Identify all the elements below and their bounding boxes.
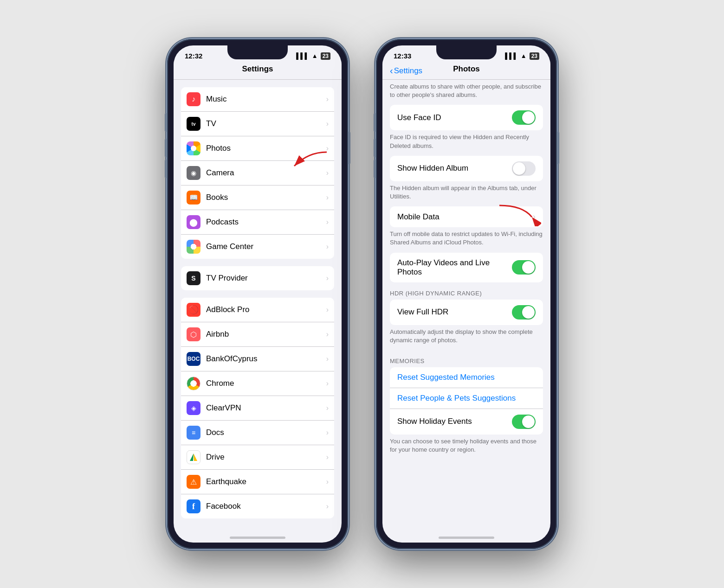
airbnb-icon: ⬡ (187, 327, 200, 341)
settings-item-bankofcyprus[interactable]: BOC BankOfCyprus › (181, 347, 334, 371)
facebook-label: Facebook (206, 502, 326, 511)
adblock-chevron: › (326, 306, 329, 314)
mobile-data-chevron: › (533, 212, 536, 222)
settings-item-docs[interactable]: ≡ Docs › (181, 421, 334, 445)
memories-section-header: MEMORIES (382, 350, 550, 367)
back-chevron-icon: ‹ (390, 65, 393, 76)
photos-icon (187, 141, 200, 155)
airbnb-chevron: › (326, 330, 329, 339)
svg-marker-1 (190, 454, 194, 461)
books-label: Books (206, 193, 326, 202)
books-chevron: › (326, 193, 329, 202)
settings-item-tv[interactable]: tv TV › (181, 112, 334, 136)
facebook-chevron: › (326, 502, 329, 511)
docs-label: Docs (206, 428, 326, 437)
phone-screen-2: 12:33 ▌▌▌ ▲ 23 ‹ Settings Photos Create … (382, 45, 550, 543)
status-icons-1: ▌▌▌ ▲ 23 (296, 52, 330, 60)
faceid-row: Use Face ID (390, 105, 543, 130)
facebook-icon: f (187, 499, 200, 513)
holiday-events-description: You can choose to see timely holiday eve… (382, 435, 550, 460)
faceid-toggle[interactable] (512, 110, 536, 125)
holiday-events-label: Show Holiday Events (397, 417, 512, 426)
clearvpn-label: ClearVPN (206, 403, 326, 413)
shared-albums-description: Create albums to share with other people… (382, 80, 550, 105)
settings-item-adblock[interactable]: 🚫 AdBlock Pro › (181, 298, 334, 322)
hdr-section-header: HDR (HIGH DYNAMIC RANGE) (382, 282, 550, 300)
docs-icon: ≡ (187, 426, 200, 440)
photos-icon-center (191, 146, 196, 151)
drive-label: Drive (206, 453, 326, 462)
battery-icon-2: 23 (530, 52, 539, 60)
battery-icon-1: 23 (321, 52, 330, 60)
gamecenter-icon (187, 240, 200, 254)
hdr-label: View Full HDR (397, 307, 512, 317)
back-button[interactable]: ‹ Settings (390, 65, 422, 76)
photos-label: Photos (206, 144, 326, 153)
settings-item-music[interactable]: ♪ Music › (181, 87, 334, 112)
autoplay-toggle[interactable] (512, 260, 536, 275)
autoplay-label: Auto-Play Videos and Live Photos (397, 258, 512, 277)
faceid-description: Face ID is required to view the Hidden a… (382, 130, 550, 155)
hidden-album-toggle[interactable] (512, 161, 536, 176)
docs-chevron: › (326, 428, 329, 437)
hdr-toggle[interactable] (512, 305, 536, 320)
faceid-label: Use Face ID (397, 113, 512, 122)
camera-label: Camera (206, 168, 326, 178)
hidden-album-group: Show Hidden Album (390, 156, 543, 181)
settings-item-books[interactable]: 📖 Books › (181, 185, 334, 210)
holiday-events-row: Show Holiday Events (390, 409, 543, 435)
signal-icon-2: ▌▌▌ (505, 52, 518, 59)
holiday-events-toggle[interactable] (512, 415, 536, 429)
settings-item-chrome[interactable]: Chrome › (181, 371, 334, 396)
mobile-data-description: Turn off mobile data to restrict updates… (382, 227, 550, 252)
svg-marker-2 (194, 454, 197, 461)
reset-suggested-memories-row[interactable]: Reset Suggested Memories (390, 367, 543, 388)
reset-people-pets-label: Reset People & Pets Suggestions (397, 394, 516, 403)
hdr-group: View Full HDR (390, 300, 543, 325)
mobile-data-row[interactable]: Mobile Data › (390, 206, 543, 227)
settings-list-tvprovider: S TV Provider › (181, 266, 334, 290)
settings-item-earthquake[interactable]: ⚠ Earthquake › (181, 470, 334, 494)
hidden-album-row: Show Hidden Album (390, 156, 543, 181)
autoplay-group: Auto-Play Videos and Live Photos (390, 253, 543, 282)
clearvpn-icon: ◈ (187, 401, 200, 415)
settings-item-drive[interactable]: Drive › (181, 445, 334, 470)
settings-item-tvprovider[interactable]: S TV Provider › (181, 266, 334, 290)
photos-nav-header: ‹ Settings Photos (382, 62, 550, 80)
back-label[interactable]: Settings (394, 66, 422, 75)
mobile-data-label: Mobile Data (397, 212, 533, 222)
tv-label: TV (206, 119, 326, 128)
airbnb-label: Airbnb (206, 330, 326, 339)
photos-settings-scroll[interactable]: Create albums to share with other people… (382, 80, 550, 543)
settings-item-airbnb[interactable]: ⬡ Airbnb › (181, 322, 334, 347)
settings-item-camera[interactable]: ◉ Camera › (181, 161, 334, 185)
photos-chevron: › (326, 144, 329, 153)
hdr-row: View Full HDR (390, 300, 543, 325)
wifi-icon-2: ▲ (521, 52, 527, 59)
chrome-label: Chrome (206, 379, 326, 388)
settings-scroll[interactable]: ♪ Music › tv TV › Photos › (174, 80, 342, 543)
autoplay-row: Auto-Play Videos and Live Photos (390, 253, 543, 282)
tv-chevron: › (326, 120, 329, 128)
chrome-chevron: › (326, 379, 329, 388)
settings-item-clearvpn[interactable]: ◈ ClearVPN › (181, 396, 334, 421)
settings-item-podcasts[interactable]: ⬤ Podcasts › (181, 210, 334, 235)
settings-item-facebook[interactable]: f Facebook › (181, 494, 334, 518)
phone-screen-1: 12:32 ▌▌▌ ▲ 23 Settings ♪ Music › (174, 45, 342, 543)
camera-icon: ◉ (187, 166, 200, 180)
time-2: 12:33 (394, 52, 411, 60)
settings-group-apple: ♪ Music › tv TV › Photos › (174, 87, 342, 259)
settings-item-gamecenter[interactable]: Game Center › (181, 235, 334, 259)
gamecenter-chevron: › (326, 243, 329, 251)
reset-people-pets-row[interactable]: Reset People & Pets Suggestions (390, 388, 543, 409)
gamecenter-label: Game Center (206, 242, 326, 251)
wifi-icon: ▲ (312, 52, 318, 59)
settings-item-photos[interactable]: Photos › (181, 136, 334, 161)
home-indicator-1 (230, 537, 285, 539)
podcasts-chevron: › (326, 218, 329, 226)
adblock-label: AdBlock Pro (206, 305, 326, 314)
drive-icon (187, 450, 200, 464)
settings-group-thirdparty: 🚫 AdBlock Pro › ⬡ Airbnb › BOC BankOfCyp… (174, 298, 342, 518)
hidden-album-label: Show Hidden Album (397, 164, 512, 173)
phone-2: 12:33 ▌▌▌ ▲ 23 ‹ Settings Photos Create … (376, 39, 557, 549)
